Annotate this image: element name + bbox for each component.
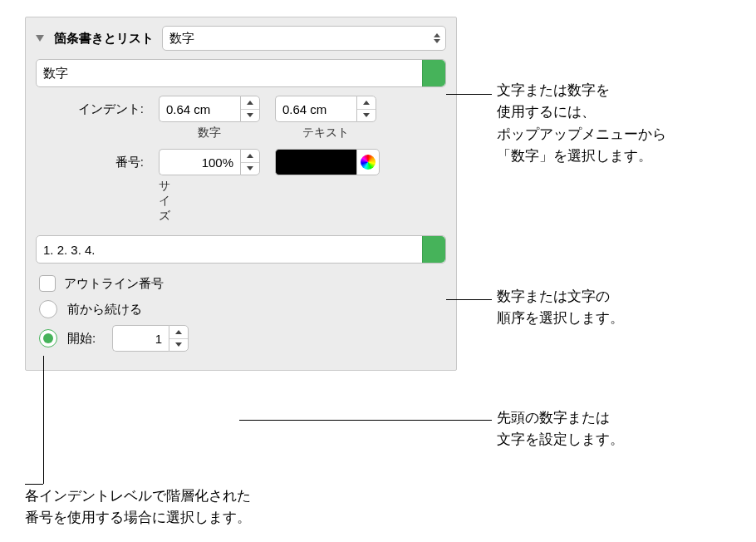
number-indent-input[interactable]	[159, 96, 240, 122]
number-indent-sublabel: 数字	[159, 126, 260, 140]
number-label: 番号:	[61, 155, 144, 170]
bullet-type-value: 数字	[43, 66, 68, 81]
continue-radio[interactable]	[39, 300, 57, 318]
outline-number-row: アウトライン番号	[39, 275, 446, 292]
color-field	[275, 149, 380, 175]
callout-start: 先頭の数字または 文字を設定します。	[497, 407, 624, 451]
list-style-popup[interactable]: 数字	[162, 26, 446, 51]
number-format-popup[interactable]: 1. 2. 3. 4.	[36, 235, 446, 264]
list-style-value: 数字	[169, 31, 194, 47]
continue-radio-row[interactable]: 前から続ける	[39, 300, 446, 318]
start-field	[112, 325, 189, 352]
text-indent-field	[275, 96, 376, 122]
indent-label: インデント:	[61, 101, 144, 117]
number-indent-stepper[interactable]	[240, 96, 260, 122]
outline-number-label: アウトライン番号	[64, 276, 164, 292]
callout-type: 文字または数字を 使用するには、 ポップアップメニューから 「数字」を選択します…	[497, 80, 666, 167]
popup-arrows-icon	[422, 236, 445, 263]
text-indent-stepper[interactable]	[356, 96, 376, 122]
disclosure-triangle-icon[interactable]	[36, 35, 44, 42]
continue-radio-label: 前から続ける	[67, 302, 142, 318]
callout-order: 数字または文字の 順序を選択します。	[497, 286, 624, 330]
outline-number-checkbox[interactable]	[39, 275, 56, 292]
bullets-lists-panel: 箇条書きとリスト 数字 数字 インデント:	[25, 17, 457, 371]
size-field	[159, 149, 260, 175]
section-header: 箇条書きとリスト 数字	[36, 26, 446, 51]
start-stepper[interactable]	[169, 325, 189, 352]
start-radio-row[interactable]: 開始:	[39, 325, 446, 352]
start-input[interactable]	[112, 325, 169, 352]
callout-line	[446, 299, 492, 300]
size-stepper[interactable]	[240, 149, 260, 175]
start-radio[interactable]	[39, 329, 57, 347]
text-indent-input[interactable]	[275, 96, 356, 122]
bullet-type-popup[interactable]: 数字	[36, 59, 446, 87]
text-indent-sublabel: テキスト	[275, 126, 376, 140]
callout-outline: 各インデントレベルで階層化された 番号を使用する場合に選択します。	[25, 485, 251, 530]
size-sublabel: サイズ	[36, 179, 159, 224]
start-radio-label: 開始:	[67, 331, 96, 347]
callout-line	[446, 94, 492, 95]
color-wheel-icon	[361, 155, 376, 170]
popup-arrows-icon	[422, 60, 445, 86]
updown-icon	[434, 33, 440, 43]
number-format-value: 1. 2. 3. 4.	[43, 243, 96, 257]
size-input[interactable]	[159, 149, 240, 175]
callout-line	[25, 484, 43, 485]
color-picker-button[interactable]	[356, 149, 380, 175]
callout-line	[43, 356, 44, 484]
number-indent-field	[159, 96, 260, 122]
callout-line	[239, 420, 492, 421]
section-title: 箇条書きとリスト	[54, 31, 154, 47]
color-swatch[interactable]	[275, 149, 356, 175]
